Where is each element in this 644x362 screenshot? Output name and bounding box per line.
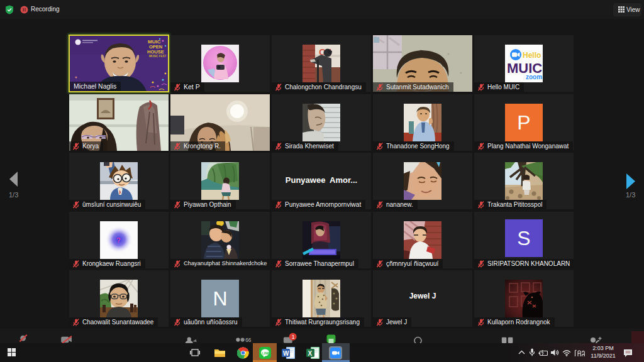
svg-text:?: ? <box>116 236 121 244</box>
svg-text:W: W <box>283 350 289 357</box>
svg-text:66: 66 <box>245 337 252 343</box>
svg-text:HOUSE: HOUSE <box>147 49 164 55</box>
svg-text:zoom: zoom <box>526 74 542 80</box>
svg-text:1: 1 <box>292 334 295 340</box>
svg-text:Hello: Hello <box>523 51 541 60</box>
svg-text:X: X <box>308 350 313 357</box>
svg-text:MUSIC FEST: MUSIC FEST <box>149 55 167 58</box>
svg-text:LINE: LINE <box>262 351 270 355</box>
